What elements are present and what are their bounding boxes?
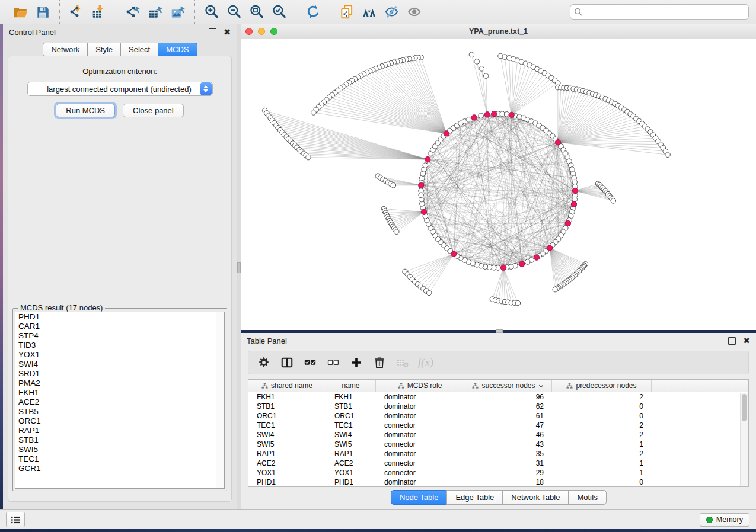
tab-mcds[interactable]: MCDS — [158, 43, 197, 56]
search-input[interactable] — [585, 7, 745, 17]
network-hub-node[interactable] — [492, 111, 497, 117]
mcds-result-item[interactable]: GCR1 — [15, 464, 224, 473]
network-node[interactable] — [311, 110, 317, 116]
table-row[interactable]: TEC1TEC1connector472 — [248, 421, 748, 430]
network-node[interactable] — [474, 59, 480, 65]
mcds-result-item[interactable]: SRD1 — [15, 369, 224, 379]
network-node[interactable] — [553, 287, 558, 292]
network-hub-node[interactable] — [565, 220, 570, 226]
network-hub-node[interactable] — [419, 182, 424, 188]
search-network-button[interactable] — [358, 2, 381, 22]
zoom-fit-button[interactable] — [245, 2, 268, 22]
memory-button[interactable]: Memory — [700, 513, 749, 527]
network-node[interactable] — [611, 198, 616, 204]
network-node[interactable] — [391, 182, 396, 188]
tab-node-table[interactable]: Node Table — [391, 490, 448, 505]
network-node[interactable] — [665, 152, 671, 158]
tab-network[interactable]: Network — [43, 43, 88, 56]
tab-select[interactable]: Select — [120, 43, 158, 56]
mcds-result-item[interactable]: SWI5 — [15, 445, 224, 454]
table-row[interactable]: RAP1RAP1dominator352 — [248, 449, 748, 459]
split-view-button[interactable] — [277, 354, 296, 371]
network-hub-node[interactable] — [500, 265, 506, 270]
column-header-predecessor-nodes[interactable]: predecessor nodes — [552, 380, 652, 392]
table-row[interactable]: SWI5SWI5connector431 — [248, 440, 748, 449]
network-window-titlebar[interactable]: YPA_prune.txt_1 — [241, 24, 756, 39]
export-image-button[interactable] — [167, 2, 189, 22]
tab-style[interactable]: Style — [87, 43, 121, 56]
column-header-name[interactable]: name — [326, 380, 376, 392]
status-list-button[interactable] — [6, 512, 25, 527]
add-column-button[interactable] — [347, 354, 366, 371]
tab-motifs[interactable]: Motifs — [568, 490, 607, 505]
mcds-result-item[interactable]: STB1 — [15, 435, 224, 445]
network-hub-node[interactable] — [451, 251, 457, 257]
table-row[interactable]: FKH1FKH1dominator962 — [248, 392, 748, 402]
network-hub-node[interactable] — [484, 112, 490, 117]
network-node[interactable] — [394, 229, 400, 235]
float-table-panel-icon[interactable] — [728, 337, 736, 345]
mcds-result-item[interactable]: STB5 — [15, 407, 224, 416]
deselect-all-button[interactable] — [324, 354, 343, 371]
mcds-result-item[interactable]: PHD1 — [15, 312, 224, 322]
network-node[interactable] — [483, 73, 489, 79]
zoom-selected-button[interactable] — [268, 2, 291, 22]
toggle-visibility-button[interactable] — [381, 2, 403, 22]
close-table-panel-icon[interactable]: ✖ — [743, 338, 750, 344]
mcds-result-item[interactable]: PMA2 — [15, 379, 224, 388]
network-node[interactable] — [525, 259, 530, 265]
settings-button[interactable] — [254, 354, 273, 371]
network-hub-node[interactable] — [555, 140, 560, 145]
zoom-out-button[interactable] — [223, 2, 245, 22]
export-table-button[interactable] — [144, 2, 167, 22]
criterion-dropdown[interactable]: largest connected component (undirected) — [27, 82, 213, 96]
table-row[interactable]: STB1STB1dominator620 — [248, 402, 748, 411]
mcds-result-list[interactable]: PHD1CAR1STP4TID3YOX1SWI4SRD1PMA2FKH1ACE2… — [15, 312, 225, 489]
network-hub-node[interactable] — [534, 255, 539, 260]
network-hub-node[interactable] — [509, 112, 514, 117]
network-search-box[interactable] — [570, 4, 749, 20]
save-button[interactable] — [31, 2, 54, 22]
zoom-in-button[interactable] — [200, 2, 223, 22]
select-all-button[interactable] — [301, 354, 320, 371]
network-node[interactable] — [515, 300, 521, 306]
close-panel-button[interactable]: Close panel — [123, 104, 184, 117]
network-hub-node[interactable] — [571, 201, 576, 207]
show-eye-button[interactable] — [403, 2, 426, 22]
table-row[interactable]: ORC1ORC1dominator610 — [248, 411, 748, 421]
delete-column-button[interactable] — [370, 354, 389, 371]
table-scrollbar[interactable] — [740, 393, 748, 486]
mcds-result-item[interactable]: YOX1 — [15, 350, 224, 360]
table-row[interactable]: PHD1PHD1dominator180 — [248, 477, 748, 487]
export-network-button[interactable] — [122, 2, 144, 22]
network-hub-node[interactable] — [471, 115, 477, 120]
table-row[interactable]: YOX1YOX1connector291 — [248, 468, 748, 477]
mcds-result-item[interactable]: STP4 — [15, 331, 224, 341]
network-hub-node[interactable] — [547, 245, 552, 251]
network-node[interactable] — [426, 290, 432, 296]
import-table-button[interactable] — [88, 2, 110, 22]
refresh-button[interactable] — [302, 2, 324, 22]
network-node[interactable] — [419, 193, 424, 198]
mcds-result-item[interactable]: FKH1 — [15, 388, 224, 398]
clone-network-button[interactable] — [336, 2, 358, 22]
mcds-result-item[interactable]: RAP1 — [15, 426, 224, 435]
column-header-shared-name[interactable]: shared name — [248, 380, 326, 392]
tab-network-table[interactable]: Network Table — [502, 490, 569, 505]
network-node[interactable] — [469, 52, 474, 57]
network-node[interactable] — [479, 66, 484, 72]
tab-edge-table[interactable]: Edge Table — [446, 490, 503, 505]
column-header-successor-nodes[interactable]: successor nodes — [464, 380, 552, 392]
mcds-result-item[interactable]: SWI4 — [15, 360, 224, 369]
network-hub-node[interactable] — [519, 261, 525, 267]
mcds-result-item[interactable]: TID3 — [15, 341, 224, 350]
run-mcds-button[interactable]: Run MCDS — [56, 104, 115, 117]
mcds-list-scrollbar[interactable] — [216, 312, 224, 488]
network-node[interactable] — [306, 155, 311, 160]
close-panel-icon[interactable]: ✖ — [224, 29, 231, 36]
network-hub-node[interactable] — [425, 156, 430, 162]
network-node[interactable] — [423, 163, 428, 168]
network-graph[interactable] — [241, 39, 756, 330]
table-row[interactable]: SWI4SWI4dominator462 — [248, 430, 748, 440]
column-header-MCDS-role[interactable]: MCDS role — [376, 380, 464, 392]
